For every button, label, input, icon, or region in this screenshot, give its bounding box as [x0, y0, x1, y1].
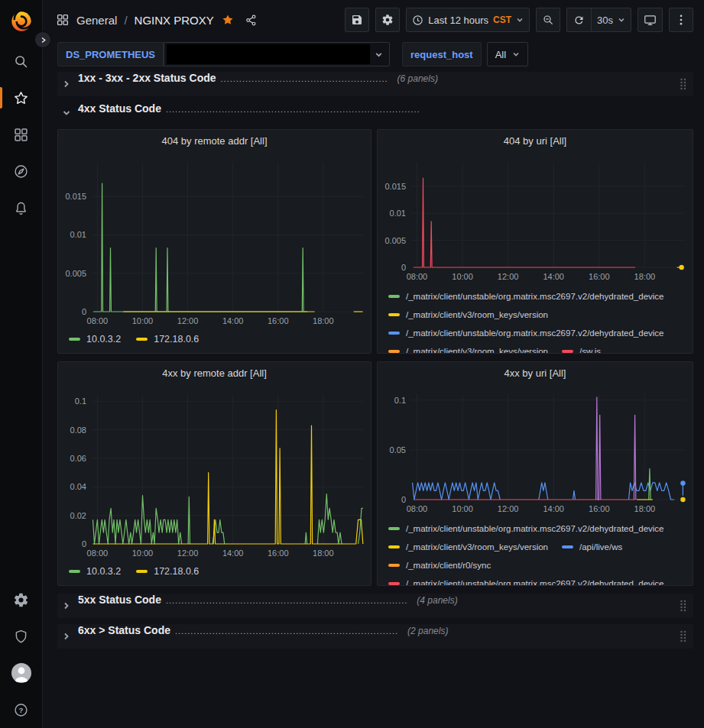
row-drag-handle[interactable]	[679, 600, 687, 613]
svg-text:12:00: 12:00	[177, 316, 199, 325]
panel-4xx-by-uri: 4xx by uri [All] 08:0010:0012:0014:0016:…	[377, 361, 693, 586]
save-dashboard-button[interactable]	[345, 8, 369, 32]
tv-mode-button[interactable]	[637, 8, 663, 32]
legend-item[interactable]: 172.18.0.6	[136, 334, 199, 345]
monitor-icon	[644, 14, 657, 27]
chart-404-by-remote-addr[interactable]: 08:0010:0012:0014:0016:0018:0000.0050.01…	[58, 151, 371, 330]
legend-item[interactable]: /_matrix/client/v3/room_keys/version	[388, 310, 548, 319]
svg-text:0.08: 0.08	[70, 425, 86, 435]
svg-text:0.1: 0.1	[394, 396, 406, 405]
panel-header[interactable]: 404 by remote addr [All]	[58, 130, 371, 151]
legend-swatch	[388, 332, 400, 335]
legend-item[interactable]: /_matrix/client/v3/room_keys/version	[388, 347, 548, 353]
save-icon	[351, 14, 363, 26]
svg-text:0.005: 0.005	[384, 236, 406, 245]
chart-404-by-uri[interactable]: 08:0010:0012:0014:0016:0018:0000.0050.01…	[378, 151, 693, 286]
legend-swatch	[562, 350, 573, 353]
share-icon[interactable]	[245, 14, 258, 27]
grip-dots-icon	[679, 600, 687, 613]
compass-icon	[13, 163, 29, 180]
chart-4xx-by-remote-addr[interactable]: 08:0010:0012:0014:0016:0018:0000.020.040…	[58, 383, 371, 562]
panel-header[interactable]: 4xx by remote addr [All]	[58, 362, 371, 383]
legend-label: 172.18.0.6	[154, 566, 199, 577]
legend-row: /_matrix/client/v3/room_keys/version/sw.…	[388, 342, 689, 353]
panel-title: 404 by uri [All]	[504, 135, 566, 147]
legend-item[interactable]: /api/live/ws	[562, 542, 622, 552]
legend-swatch	[562, 545, 573, 548]
legend-swatch	[69, 570, 80, 573]
legend-label: /_matrix/client/v3/room_keys/version	[406, 542, 548, 552]
row-header-4xx[interactable]: 4xx Status Code ........................…	[57, 102, 693, 124]
row-drag-handle[interactable]	[679, 78, 687, 91]
chevron-right-icon	[40, 37, 47, 44]
svg-text:0.015: 0.015	[65, 192, 86, 201]
variable-value-dropdown[interactable]	[164, 42, 390, 66]
sidebar-item-configuration[interactable]	[0, 581, 42, 618]
sidebar-item-search[interactable]	[0, 43, 42, 79]
chart-4xx-by-uri[interactable]: 08:0010:0012:0014:0016:0018:0000.050.1	[378, 383, 693, 518]
more-options-button[interactable]	[669, 8, 693, 32]
legend-item[interactable]: /_matrix/client/r0/sync	[388, 561, 491, 570]
legend-item[interactable]: /_matrix/client/v3/room_keys/version	[388, 542, 548, 552]
sidebar-item-help[interactable]: ?	[0, 691, 42, 728]
svg-text:18:00: 18:00	[634, 272, 656, 281]
legend-item[interactable]: /_matrix/client/unstable/org.matrix.msc2…	[388, 524, 664, 533]
expand-sidebar-button[interactable]	[34, 31, 51, 48]
row-header-5xx[interactable]: 5xx Status Code ........................…	[57, 594, 693, 618]
svg-text:18:00: 18:00	[313, 548, 334, 558]
variable-value-all[interactable]: All	[487, 42, 528, 66]
legend-swatch	[388, 582, 400, 585]
variable-request-host: request_host All	[402, 42, 528, 66]
sidebar-item-server-admin[interactable]	[0, 618, 42, 655]
row-header-1xx-3xx-2xx[interactable]: 1xx - 3xx - 2xx Status Code ............…	[57, 72, 693, 96]
row-leader: ........................................…	[166, 105, 420, 114]
svg-text:16:00: 16:00	[589, 504, 610, 513]
chevron-right-icon	[62, 632, 71, 641]
sidebar-item-alerting[interactable]	[0, 189, 42, 226]
svg-text:14:00: 14:00	[543, 272, 564, 281]
chevron-down-icon	[516, 16, 524, 24]
legend-item[interactable]: /sw.js	[562, 347, 601, 353]
svg-text:0.01: 0.01	[70, 230, 86, 239]
svg-text:0.02: 0.02	[70, 511, 86, 520]
row-panel-count: (2 panels)	[407, 626, 448, 636]
refresh-interval-button[interactable]: 30s	[591, 8, 631, 32]
legend-label: /_matrix/client/unstable/org.matrix.msc2…	[406, 328, 664, 338]
panel-header[interactable]: 4xx by uri [All]	[378, 362, 693, 383]
dashboard-title[interactable]: NGINX PROXY	[135, 14, 214, 27]
gear-icon	[13, 592, 29, 608]
row-drag-handle[interactable]	[679, 630, 687, 643]
timezone-label: CST	[493, 15, 511, 25]
sidebar-item-dashboards[interactable]	[0, 116, 42, 153]
legend-label: /sw.js	[579, 347, 601, 353]
legend-item[interactable]: /_matrix/client/unstable/org.matrix.msc2…	[388, 579, 664, 585]
row-panel-count: (6 panels)	[397, 73, 438, 84]
row-header-6xx[interactable]: 6xx > Status Code ......................…	[57, 624, 693, 649]
dashboard-settings-button[interactable]	[375, 8, 400, 32]
time-picker-button[interactable]: Last 12 hours CST	[406, 8, 530, 32]
sidebar-item-explore[interactable]	[0, 153, 42, 189]
panel-header[interactable]: 404 by uri [All]	[378, 130, 693, 151]
help-icon: ?	[13, 702, 29, 718]
legend-item[interactable]: 10.0.3.2	[69, 566, 121, 577]
refresh-group: 30s	[566, 8, 631, 32]
legend-item[interactable]: 10.0.3.2	[69, 334, 121, 345]
legend-item[interactable]: /_matrix/client/unstable/org.matrix.msc2…	[388, 328, 664, 338]
zoom-out-button[interactable]	[536, 8, 560, 32]
grafana-app: ? General / NGINX PROXY	[0, 0, 704, 728]
legend-swatch	[69, 338, 80, 341]
legend-label: 172.18.0.6	[154, 334, 199, 345]
sidebar-item-profile[interactable]	[0, 655, 42, 691]
svg-text:0: 0	[401, 495, 406, 504]
row-title: 5xx Status Code	[78, 594, 161, 606]
legend-item[interactable]: /_matrix/client/unstable/org.matrix.msc2…	[388, 292, 664, 301]
favorite-star-icon[interactable]	[221, 13, 235, 27]
row-leader: ........................................…	[221, 74, 388, 83]
chevron-down-icon	[512, 50, 520, 58]
refresh-button[interactable]	[566, 8, 591, 32]
sidebar-item-starred[interactable]	[0, 79, 42, 116]
star-icon	[13, 90, 29, 106]
row-title: 4xx Status Code	[78, 102, 161, 115]
breadcrumb-section[interactable]: General	[76, 14, 117, 27]
legend-item[interactable]: 172.18.0.6	[136, 566, 199, 577]
